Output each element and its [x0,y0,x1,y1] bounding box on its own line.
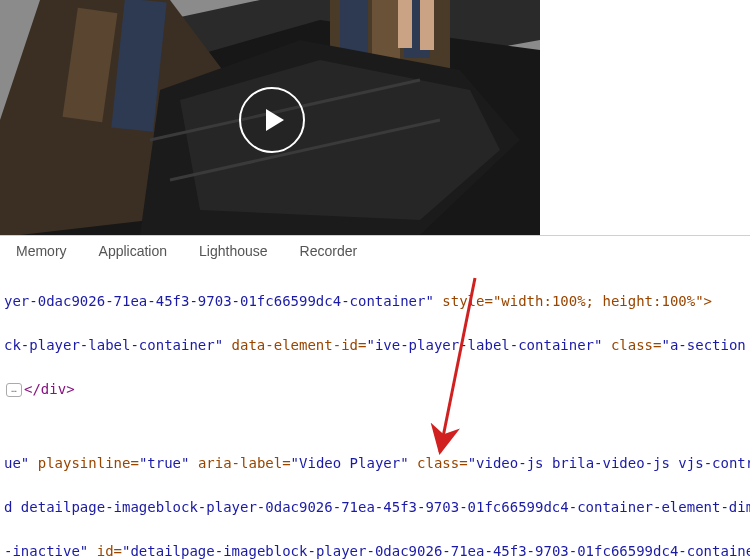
code-token: "true" [139,455,190,471]
code-token: "Video Player" [291,455,409,471]
code-token: yer-0dac9026-71ea-45f3-9703-01fc66599dc4… [4,293,434,309]
play-icon [266,109,284,131]
tab-lighthouse[interactable]: Lighthouse [183,243,284,259]
code-token: d detailpage-imageblock-player-0dac9026-… [4,499,750,515]
elements-source-panel[interactable]: yer-0dac9026-71ea-45f3-9703-01fc66599dc4… [0,266,750,560]
code-token: ck-player-label-container" [4,337,223,353]
tab-memory[interactable]: Memory [0,243,83,259]
code-token: playsinline= [29,455,139,471]
svg-rect-10 [398,0,412,48]
devtools-panel-tabs: Memory Application Lighthouse Recorder [0,235,750,266]
code-token: class= [602,337,661,353]
code-token: "ive-player-label-container" [366,337,602,353]
code-token: </div> [24,381,75,397]
svg-rect-8 [372,0,400,62]
code-token: data-element-id= [223,337,366,353]
code-token: class= [409,455,468,471]
code-token: style="width:100%; height:100%"> [434,293,712,309]
code-token: "video-js brila-video-js vjs-controls-en… [468,455,750,471]
tab-application[interactable]: Application [83,243,184,259]
code-token: "a-section a-spacin [661,337,750,353]
svg-rect-11 [420,0,434,50]
code-token: -inactive" [4,543,88,559]
code-token: ue" [4,455,29,471]
code-token: id= [88,543,122,559]
play-button[interactable] [239,87,305,153]
code-token: "detailpage-imageblock-player-0dac9026-7… [122,543,750,559]
expand-dots-icon[interactable]: … [6,383,22,397]
video-player-container [0,0,540,235]
code-token: aria-label= [189,455,290,471]
tab-recorder[interactable]: Recorder [284,243,374,259]
